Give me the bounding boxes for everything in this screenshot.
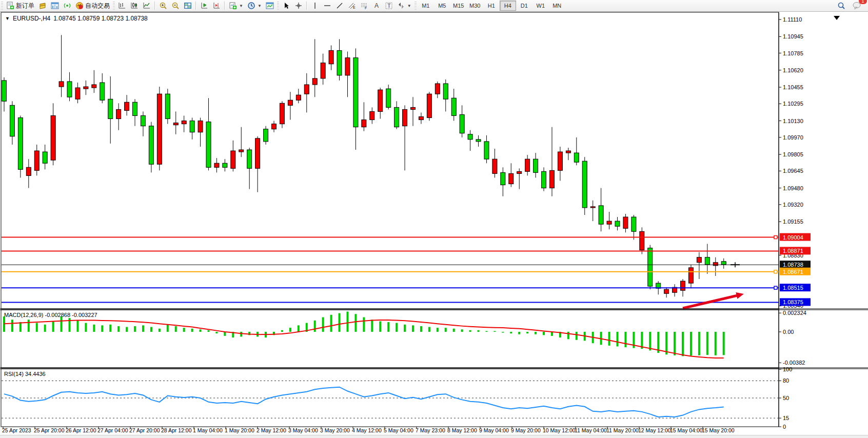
candle — [435, 84, 440, 94]
periods-button[interactable]: ▼ — [245, 0, 264, 11]
bar-chart-button[interactable] — [116, 0, 128, 11]
timeframe-w1[interactable]: W1 — [532, 1, 549, 11]
price-axis-tick-label: 1.10785 — [783, 50, 803, 56]
new-chart-button[interactable]: ▼ — [227, 0, 245, 11]
notifications-button[interactable]: 1 — [851, 0, 864, 11]
candle — [345, 58, 350, 75]
search-button[interactable] — [835, 0, 847, 11]
candle — [329, 50, 333, 64]
auto-trading-button[interactable]: 自动交易 — [73, 0, 112, 11]
candle — [419, 117, 423, 120]
candle — [214, 163, 219, 167]
candle — [59, 82, 64, 87]
indicators-button[interactable] — [264, 0, 276, 11]
macd-axis-tick-label: 0.00 — [783, 329, 794, 335]
date-axis-label: 1 May 04:00 — [193, 427, 223, 433]
window-bottom-edge — [0, 435, 868, 438]
candle — [280, 103, 284, 124]
timeframe-d1[interactable]: D1 — [516, 1, 532, 11]
toolbar-grip[interactable] — [1, 2, 3, 10]
text-label-icon: T — [385, 2, 393, 10]
quotes-button[interactable] — [36, 0, 49, 11]
text-label-button[interactable]: T — [383, 0, 395, 11]
price-line-label: 1.08871 — [783, 248, 803, 254]
trendline-button[interactable] — [333, 0, 346, 11]
arrow-tools-button[interactable]: ▼ — [395, 0, 413, 11]
tile-windows-icon — [184, 2, 192, 10]
ohlc-values: 1.08745 1.08759 1.08723 1.08738 — [53, 15, 148, 22]
candle — [264, 129, 268, 142]
tile-windows-button[interactable] — [182, 0, 194, 11]
candle — [681, 281, 685, 290]
fibonacci-button[interactable]: F — [358, 0, 370, 11]
equidistant-channel-button[interactable]: E — [346, 0, 358, 11]
date-axis-label: 15 May 04:00 — [670, 427, 703, 433]
candle — [370, 111, 374, 120]
new-order-button[interactable]: 新订单 — [4, 0, 36, 11]
main-pane[interactable] — [1, 12, 779, 309]
timeframe-m1[interactable]: M1 — [418, 1, 434, 11]
timeframe-m5[interactable]: M5 — [434, 1, 450, 11]
svg-text:E: E — [353, 6, 356, 9]
candlestick-chart-button[interactable] — [128, 0, 141, 11]
toolbar-grip[interactable] — [415, 2, 417, 10]
candle — [165, 94, 170, 118]
timeframe-h4[interactable]: H4 — [500, 1, 516, 11]
candle — [288, 100, 292, 105]
candle — [239, 150, 244, 152]
scroll-to-end-icon[interactable] — [834, 16, 840, 20]
chart-window-icon — [51, 2, 59, 10]
candle — [223, 163, 227, 167]
toolbar-grip[interactable] — [277, 2, 279, 10]
candle — [688, 268, 693, 283]
date-axis-label: 28 Apr 12:00 — [161, 427, 192, 433]
candle — [75, 88, 80, 99]
date-axis-label: 26 Apr 12:00 — [66, 427, 96, 433]
toolbar-grip[interactable] — [113, 2, 115, 10]
timeframe-m15[interactable]: M15 — [450, 1, 467, 11]
price-line-handle[interactable] — [774, 286, 777, 289]
trendline-icon — [336, 2, 344, 10]
horizontal-line-button[interactable] — [321, 0, 333, 11]
candle — [623, 217, 628, 228]
price-line-label: 1.08375 — [783, 299, 803, 305]
candle — [451, 98, 456, 115]
price-chart[interactable]: 1.111101.109451.107851.106201.104551.102… — [0, 12, 868, 438]
price-axis-tick-label: 1.09645 — [783, 168, 803, 174]
chart-window[interactable]: ▼ EURUSD-,H4 1.08745 1.08759 1.08723 1.0… — [0, 12, 868, 435]
candle — [10, 105, 14, 136]
chart-shift-button[interactable] — [210, 0, 223, 11]
zoom-in-button[interactable] — [157, 0, 169, 11]
date-axis-label: 25 Apr 2023 — [2, 427, 31, 433]
line-chart-button[interactable] — [141, 0, 153, 11]
cursor-button[interactable] — [280, 0, 292, 11]
candle — [231, 151, 235, 168]
signal-button[interactable] — [61, 0, 73, 11]
candle — [247, 150, 252, 168]
auto-scroll-button[interactable] — [198, 0, 210, 11]
chart-window-button[interactable] — [49, 0, 61, 11]
auto-trading-icon — [75, 2, 84, 10]
zoom-out-button[interactable] — [169, 0, 182, 11]
candle — [574, 153, 579, 162]
price-line-handle[interactable] — [774, 236, 777, 239]
timeframe-h1[interactable]: H1 — [483, 1, 500, 11]
timeframe-mn[interactable]: MN — [549, 1, 565, 11]
macd-indicator-label: MACD(12,26,9) -0.002868 -0.003227 — [4, 312, 97, 318]
crosshair-button[interactable] — [292, 0, 305, 11]
date-axis-label: 15 May 20:00 — [702, 427, 735, 433]
macd-pane[interactable] — [1, 310, 779, 368]
candle — [43, 152, 47, 163]
chevron-down-icon: ▼ — [258, 4, 262, 8]
rsi-axis-tick-label: 50 — [783, 395, 789, 401]
toolbar-separator — [154, 2, 155, 10]
cursor-icon — [282, 2, 290, 10]
candle — [51, 115, 55, 160]
timeframe-m30[interactable]: M30 — [467, 1, 483, 11]
text-button[interactable]: A — [370, 0, 383, 11]
vertical-line-button[interactable] — [309, 0, 321, 11]
symbol-dropdown-icon[interactable]: ▼ — [5, 16, 10, 21]
price-line-handle[interactable] — [774, 270, 777, 273]
candle — [460, 114, 464, 133]
candle — [67, 82, 72, 97]
